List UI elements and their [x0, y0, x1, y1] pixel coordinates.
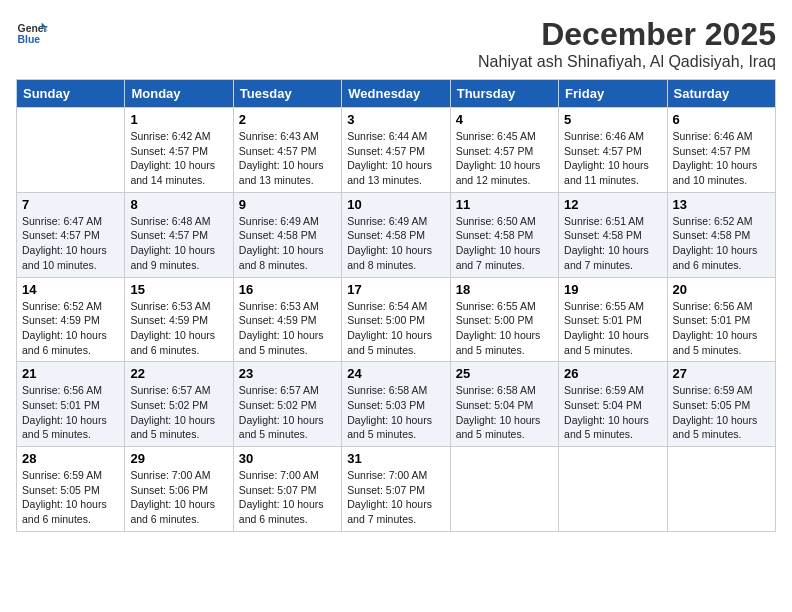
page-header: General Blue December 2025 Nahiyat ash S… — [16, 16, 776, 71]
calendar-cell: 9Sunrise: 6:49 AMSunset: 4:58 PMDaylight… — [233, 192, 341, 277]
day-number: 24 — [347, 366, 444, 381]
cell-info: Sunrise: 6:50 AMSunset: 4:58 PMDaylight:… — [456, 215, 541, 271]
day-number: 28 — [22, 451, 119, 466]
cell-info: Sunrise: 6:54 AMSunset: 5:00 PMDaylight:… — [347, 300, 432, 356]
day-number: 21 — [22, 366, 119, 381]
calendar-cell: 15Sunrise: 6:53 AMSunset: 4:59 PMDayligh… — [125, 277, 233, 362]
calendar-cell: 23Sunrise: 6:57 AMSunset: 5:02 PMDayligh… — [233, 362, 341, 447]
calendar-cell: 30Sunrise: 7:00 AMSunset: 5:07 PMDayligh… — [233, 447, 341, 532]
cell-info: Sunrise: 6:44 AMSunset: 4:57 PMDaylight:… — [347, 130, 432, 186]
day-number: 3 — [347, 112, 444, 127]
calendar-cell: 18Sunrise: 6:55 AMSunset: 5:00 PMDayligh… — [450, 277, 558, 362]
calendar-body: 1Sunrise: 6:42 AMSunset: 4:57 PMDaylight… — [17, 108, 776, 532]
cell-info: Sunrise: 6:56 AMSunset: 5:01 PMDaylight:… — [673, 300, 758, 356]
day-number: 31 — [347, 451, 444, 466]
cell-info: Sunrise: 6:55 AMSunset: 5:00 PMDaylight:… — [456, 300, 541, 356]
subtitle: Nahiyat ash Shinafiyah, Al Qadisiyah, Ir… — [478, 53, 776, 71]
day-number: 17 — [347, 282, 444, 297]
cell-info: Sunrise: 6:42 AMSunset: 4:57 PMDaylight:… — [130, 130, 215, 186]
day-number: 18 — [456, 282, 553, 297]
calendar-cell: 22Sunrise: 6:57 AMSunset: 5:02 PMDayligh… — [125, 362, 233, 447]
week-row-3: 14Sunrise: 6:52 AMSunset: 4:59 PMDayligh… — [17, 277, 776, 362]
calendar-cell: 21Sunrise: 6:56 AMSunset: 5:01 PMDayligh… — [17, 362, 125, 447]
calendar-cell — [450, 447, 558, 532]
calendar-header: Sunday Monday Tuesday Wednesday Thursday… — [17, 80, 776, 108]
title-block: December 2025 Nahiyat ash Shinafiyah, Al… — [478, 16, 776, 71]
calendar-cell: 29Sunrise: 7:00 AMSunset: 5:06 PMDayligh… — [125, 447, 233, 532]
logo-icon: General Blue — [16, 16, 48, 48]
col-tuesday: Tuesday — [233, 80, 341, 108]
cell-info: Sunrise: 6:49 AMSunset: 4:58 PMDaylight:… — [347, 215, 432, 271]
day-number: 13 — [673, 197, 770, 212]
week-row-4: 21Sunrise: 6:56 AMSunset: 5:01 PMDayligh… — [17, 362, 776, 447]
cell-info: Sunrise: 6:59 AMSunset: 5:04 PMDaylight:… — [564, 384, 649, 440]
cell-info: Sunrise: 6:43 AMSunset: 4:57 PMDaylight:… — [239, 130, 324, 186]
calendar-cell: 13Sunrise: 6:52 AMSunset: 4:58 PMDayligh… — [667, 192, 775, 277]
cell-info: Sunrise: 6:52 AMSunset: 4:58 PMDaylight:… — [673, 215, 758, 271]
cell-info: Sunrise: 6:57 AMSunset: 5:02 PMDaylight:… — [130, 384, 215, 440]
day-number: 27 — [673, 366, 770, 381]
calendar-table: Sunday Monday Tuesday Wednesday Thursday… — [16, 79, 776, 532]
calendar-cell: 11Sunrise: 6:50 AMSunset: 4:58 PMDayligh… — [450, 192, 558, 277]
cell-info: Sunrise: 6:47 AMSunset: 4:57 PMDaylight:… — [22, 215, 107, 271]
calendar-cell: 7Sunrise: 6:47 AMSunset: 4:57 PMDaylight… — [17, 192, 125, 277]
day-number: 5 — [564, 112, 661, 127]
calendar-cell: 14Sunrise: 6:52 AMSunset: 4:59 PMDayligh… — [17, 277, 125, 362]
cell-info: Sunrise: 6:46 AMSunset: 4:57 PMDaylight:… — [673, 130, 758, 186]
day-number: 19 — [564, 282, 661, 297]
day-number: 2 — [239, 112, 336, 127]
day-number: 22 — [130, 366, 227, 381]
day-number: 10 — [347, 197, 444, 212]
calendar-cell: 6Sunrise: 6:46 AMSunset: 4:57 PMDaylight… — [667, 108, 775, 193]
cell-info: Sunrise: 6:53 AMSunset: 4:59 PMDaylight:… — [239, 300, 324, 356]
cell-info: Sunrise: 6:59 AMSunset: 5:05 PMDaylight:… — [22, 469, 107, 525]
calendar-cell — [17, 108, 125, 193]
calendar-cell — [559, 447, 667, 532]
day-number: 25 — [456, 366, 553, 381]
cell-info: Sunrise: 6:49 AMSunset: 4:58 PMDaylight:… — [239, 215, 324, 271]
calendar-cell: 26Sunrise: 6:59 AMSunset: 5:04 PMDayligh… — [559, 362, 667, 447]
day-number: 15 — [130, 282, 227, 297]
day-number: 20 — [673, 282, 770, 297]
calendar-cell: 31Sunrise: 7:00 AMSunset: 5:07 PMDayligh… — [342, 447, 450, 532]
calendar-cell: 8Sunrise: 6:48 AMSunset: 4:57 PMDaylight… — [125, 192, 233, 277]
col-saturday: Saturday — [667, 80, 775, 108]
calendar-cell: 19Sunrise: 6:55 AMSunset: 5:01 PMDayligh… — [559, 277, 667, 362]
day-number: 16 — [239, 282, 336, 297]
calendar-cell: 5Sunrise: 6:46 AMSunset: 4:57 PMDaylight… — [559, 108, 667, 193]
cell-info: Sunrise: 6:51 AMSunset: 4:58 PMDaylight:… — [564, 215, 649, 271]
cell-info: Sunrise: 6:48 AMSunset: 4:57 PMDaylight:… — [130, 215, 215, 271]
calendar-cell: 28Sunrise: 6:59 AMSunset: 5:05 PMDayligh… — [17, 447, 125, 532]
calendar-cell: 24Sunrise: 6:58 AMSunset: 5:03 PMDayligh… — [342, 362, 450, 447]
week-row-2: 7Sunrise: 6:47 AMSunset: 4:57 PMDaylight… — [17, 192, 776, 277]
day-number: 23 — [239, 366, 336, 381]
logo: General Blue — [16, 16, 52, 48]
cell-info: Sunrise: 6:58 AMSunset: 5:04 PMDaylight:… — [456, 384, 541, 440]
cell-info: Sunrise: 6:58 AMSunset: 5:03 PMDaylight:… — [347, 384, 432, 440]
day-number: 6 — [673, 112, 770, 127]
cell-info: Sunrise: 6:55 AMSunset: 5:01 PMDaylight:… — [564, 300, 649, 356]
col-friday: Friday — [559, 80, 667, 108]
day-number: 14 — [22, 282, 119, 297]
calendar-cell: 20Sunrise: 6:56 AMSunset: 5:01 PMDayligh… — [667, 277, 775, 362]
day-number: 12 — [564, 197, 661, 212]
calendar-cell: 12Sunrise: 6:51 AMSunset: 4:58 PMDayligh… — [559, 192, 667, 277]
calendar-cell: 3Sunrise: 6:44 AMSunset: 4:57 PMDaylight… — [342, 108, 450, 193]
week-row-1: 1Sunrise: 6:42 AMSunset: 4:57 PMDaylight… — [17, 108, 776, 193]
cell-info: Sunrise: 7:00 AMSunset: 5:07 PMDaylight:… — [239, 469, 324, 525]
day-number: 30 — [239, 451, 336, 466]
header-row: Sunday Monday Tuesday Wednesday Thursday… — [17, 80, 776, 108]
calendar-cell: 2Sunrise: 6:43 AMSunset: 4:57 PMDaylight… — [233, 108, 341, 193]
calendar-cell: 10Sunrise: 6:49 AMSunset: 4:58 PMDayligh… — [342, 192, 450, 277]
cell-info: Sunrise: 6:46 AMSunset: 4:57 PMDaylight:… — [564, 130, 649, 186]
calendar-cell: 1Sunrise: 6:42 AMSunset: 4:57 PMDaylight… — [125, 108, 233, 193]
cell-info: Sunrise: 6:45 AMSunset: 4:57 PMDaylight:… — [456, 130, 541, 186]
cell-info: Sunrise: 7:00 AMSunset: 5:06 PMDaylight:… — [130, 469, 215, 525]
col-monday: Monday — [125, 80, 233, 108]
week-row-5: 28Sunrise: 6:59 AMSunset: 5:05 PMDayligh… — [17, 447, 776, 532]
cell-info: Sunrise: 6:59 AMSunset: 5:05 PMDaylight:… — [673, 384, 758, 440]
calendar-cell — [667, 447, 775, 532]
col-sunday: Sunday — [17, 80, 125, 108]
calendar-cell: 4Sunrise: 6:45 AMSunset: 4:57 PMDaylight… — [450, 108, 558, 193]
day-number: 8 — [130, 197, 227, 212]
